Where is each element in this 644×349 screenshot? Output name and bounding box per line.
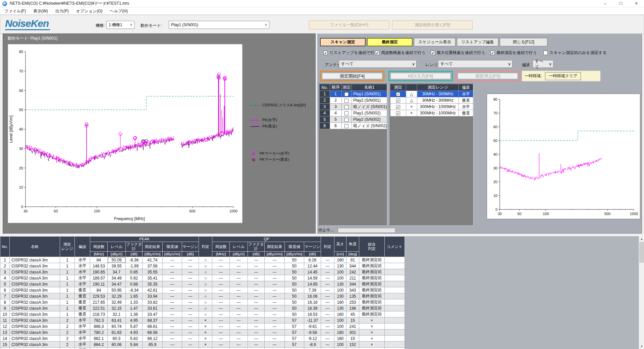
mode-select[interactable]: Play1 (S/N001) ∨ <box>169 21 269 29</box>
range-check-cell[interactable]: ✓ <box>390 104 406 110</box>
list-header: 名称1 <box>352 84 387 91</box>
table-row[interactable]: 11CISPR32 classA 3m2水平782.363.414.9568.3… <box>0 317 405 323</box>
range-check-cell[interactable]: ✓ <box>390 91 406 97</box>
table-row[interactable]: 12CISPR32 classA 3m2水平866.360.745.8766.6… <box>0 323 405 330</box>
table-row[interactable]: 16CISPR32 classA 3m2垂直774.662.554.7467.2… <box>0 348 405 349</box>
range-row[interactable]: ✓×300MHz - 1000MHz垂直 <box>390 110 473 116</box>
table-row[interactable]: 7CISPR32 classA 3m1垂直229.5332.291.6533.9… <box>0 293 405 299</box>
menu-item-4[interactable]: ヘルプ(H) <box>106 7 132 15</box>
result-cell: --- <box>212 287 230 293</box>
tab-0[interactable]: スキャン測定 <box>320 38 366 46</box>
list-check-cell[interactable] <box>341 97 352 104</box>
y-tick-label: 20 <box>19 166 23 170</box>
close-icon[interactable]: ✕ <box>629 0 644 7</box>
result-cell: --- <box>182 342 199 348</box>
result-cell: 50 <box>285 257 304 263</box>
range-symbol-cell: × <box>406 110 417 116</box>
column-header: 周波数 <box>212 242 230 252</box>
column-header: 偏波 <box>75 237 90 257</box>
range-range-cell: 30MHz - 300MHz <box>417 91 459 97</box>
table-row[interactable]: 13CISPR32 classA 3m2水平780.261.634.9366.5… <box>0 330 405 336</box>
list-row[interactable]: 66暗ノイズ (S/N002) <box>320 123 387 129</box>
filter-combo-2[interactable]: すべて∨ <box>533 60 553 68</box>
column-header: 総合判定 <box>359 237 385 257</box>
file-list-button[interactable]: ファイル一覧(Ctrl+F) <box>309 20 389 30</box>
result-cell: 50 <box>285 287 304 293</box>
option-checkbox-1[interactable]: ✓周波数検索を連続で行う <box>375 50 426 56</box>
tab-3[interactable]: リストアップ編集 <box>457 38 498 46</box>
result-cell: 218.73 <box>90 311 108 317</box>
table-row[interactable]: 1CISPR32 classA 3m1水平8450.09-8.3641.74--… <box>0 257 405 263</box>
option-checkbox-4[interactable]: スキャン測定前のみを測定する <box>543 50 607 56</box>
table-row[interactable]: 5CISPR32 classA 3m1水平190.1134.470.8835.3… <box>0 281 405 287</box>
list-row[interactable]: 22Play2 (S/N001) <box>320 97 387 104</box>
minimize-icon[interactable]: ─ <box>598 0 613 7</box>
column-header: 名称 <box>10 237 60 257</box>
list-check-cell[interactable] <box>341 116 352 123</box>
menu-item-0[interactable]: ファイル(F) <box>1 7 30 15</box>
range-row[interactable]: ✓×300MHz - 1000MHz水平 <box>390 104 473 110</box>
table-row[interactable]: 8CISPR32 classA 3m1垂直217.6532.491.3333.8… <box>0 299 405 305</box>
range-row[interactable]: ✓△30MHz - 300MHz垂直 <box>390 97 473 104</box>
result-cell: 60.06 <box>108 342 126 348</box>
result-cell: × <box>199 317 212 323</box>
scroll-down-icon[interactable]: ▼ <box>639 344 644 349</box>
x-tick-label: 1000 <box>630 212 638 216</box>
x-tick-label: 100 <box>543 212 549 216</box>
action-wrap-0: 測定開始[F4] <box>320 71 384 81</box>
model-select[interactable]: 1:機種1 ∨ <box>106 21 135 29</box>
result-cell: --- <box>321 299 334 305</box>
action-button-0[interactable]: 測定開始[F4] <box>322 73 382 79</box>
table-row[interactable]: 3CISPR32 classA 3m1水平190.6534.70.8535.55… <box>0 269 405 275</box>
table-row[interactable]: 9CISPR32 classA 3m1垂直222.5132.151.4733.6… <box>0 305 405 311</box>
open-measure-screen-button[interactable]: 測定画面を開く[F9] <box>392 20 473 30</box>
tab-2[interactable]: スケジュール表示 <box>414 38 455 46</box>
result-cell <box>385 287 405 293</box>
menu-item-1[interactable]: 表示(W) <box>30 7 51 15</box>
temp-area-clear-button[interactable]: 一時領域クリア <box>545 72 581 80</box>
table-row[interactable]: 15CISPR32 classA 3m2水平864.260.065.8465.9… <box>0 342 405 348</box>
option-checkbox-2[interactable]: ✓最大位置検索を連続で行う <box>431 50 485 56</box>
column-header-judge: 判定 <box>321 237 334 257</box>
filter-combo-1[interactable]: すべて∨ <box>438 60 513 68</box>
result-cell: --- <box>182 281 199 287</box>
range-row[interactable]: ✓△30MHz - 300MHz水平 <box>390 91 473 97</box>
table-row[interactable]: 14CISPR32 classA 3m2水平862.160.35.8266.12… <box>0 336 405 342</box>
option-checkbox-0[interactable]: ✓リストアップを連続で行う <box>323 50 379 56</box>
list-check-cell[interactable] <box>341 104 352 110</box>
result-cell: 5.84 <box>126 342 143 348</box>
checked-icon: ✓ <box>431 51 435 55</box>
list-check-cell[interactable] <box>341 110 352 116</box>
table-row[interactable]: 10CISPR32 classA 3m1垂直218.7332.11.3633.4… <box>0 311 405 317</box>
scroll-thumb[interactable] <box>639 242 644 263</box>
list-name-cell: Play2 (S/N001) <box>352 97 387 104</box>
option-checkbox-3[interactable]: ✓最終測定を連続で行う <box>490 50 537 56</box>
result-cell: 33.47 <box>143 311 163 317</box>
range-check-cell[interactable]: ✓ <box>390 97 406 104</box>
result-cell: 15 <box>346 336 359 342</box>
list-check-cell[interactable] <box>341 91 352 97</box>
y-tick-label: 0 <box>21 205 23 209</box>
tab-4[interactable]: 閉じる[F12] <box>500 38 547 46</box>
table-row[interactable]: 2CISPR32 classA 3m1水平148.5339.55-1.9937.… <box>0 263 405 269</box>
table-row[interactable]: 4CISPR32 classA 3m1水平189.5734.490.9235.4… <box>0 275 405 281</box>
scroll-up-icon[interactable]: ▲ <box>639 236 644 242</box>
tab-1[interactable]: 最終測定 <box>367 38 413 46</box>
list-row[interactable]: 33暗ノイズ (S/N001) <box>320 104 387 110</box>
result-cell: --- <box>230 323 248 330</box>
result-cell: 50 <box>285 311 304 317</box>
menu-item-2[interactable]: 出力(P) <box>52 7 72 15</box>
maximize-icon[interactable]: ☐ <box>613 0 629 7</box>
list-row[interactable]: 55Play2 (S/N002) <box>320 116 387 123</box>
result-cell: --- <box>248 311 265 317</box>
range-check-cell[interactable]: ✓ <box>390 110 406 116</box>
list-row[interactable]: 11Play1 (S/N001) <box>320 91 387 97</box>
menu-item-3[interactable]: オプション(O) <box>72 7 106 15</box>
list-row[interactable]: 44Play1 (S/N002) <box>320 110 387 116</box>
list-check-cell[interactable] <box>341 123 352 129</box>
result-cell: --- <box>248 330 265 336</box>
x-tick-label: 500 <box>604 212 610 216</box>
vertical-scrollbar[interactable]: ▲ ▼ <box>639 236 644 349</box>
filter-combo-0[interactable]: すべて∨ <box>339 60 417 68</box>
table-row[interactable]: 6CISPR32 classA 3m1垂直8450.95-8.3442.61--… <box>0 287 405 293</box>
